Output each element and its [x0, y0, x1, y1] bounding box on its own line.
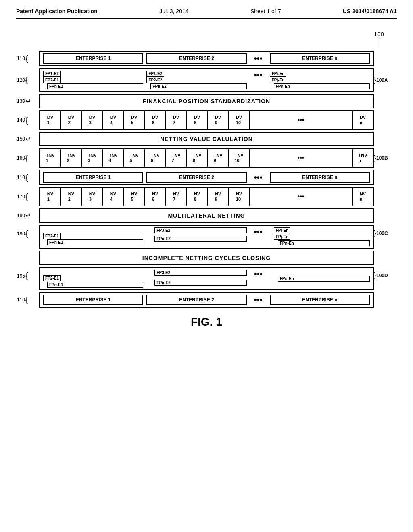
- incomplete-label: INCOMPLETE NETTING CYCLES CLOSING: [39, 251, 374, 265]
- row-110b: 110 { ENTERPRISE 1 ENTERPRISE 2 ••• ENTE…: [17, 170, 396, 185]
- enterprise-n-a: ENTERPRISE n: [270, 53, 370, 64]
- dots-5: •••: [250, 270, 267, 279]
- row-195: 195 { FP2-E1 FPn-E1 FP3-E2: [17, 267, 396, 290]
- dv-3: DV3: [82, 111, 103, 129]
- annot-100D: } 100D: [374, 267, 396, 280]
- figure-caption: FIG. 1: [17, 316, 396, 328]
- label-110a: 110 {: [17, 54, 39, 63]
- enterprise-n-b: ENTERPRISE n: [270, 172, 370, 183]
- dv-n: DVn: [352, 111, 373, 129]
- row-120: 120 { FP1-E2 FP2-E1 FPn-E1: [17, 68, 396, 92]
- fpj-en-c: FPj-En: [274, 234, 291, 240]
- dv-8: DV8: [187, 111, 208, 129]
- label-150: 150 ↵: [17, 135, 39, 143]
- nv-10: NV10: [229, 188, 250, 206]
- fpn-e1-c: FPn-E1: [47, 239, 143, 245]
- header-sheet: Sheet 1 of 7: [250, 8, 281, 15]
- dots-6: •••: [250, 295, 267, 305]
- label-130: 130 ↵: [17, 97, 39, 106]
- fpn-e2-c: FPn-E2: [154, 236, 246, 242]
- nv-4: NV4: [103, 188, 124, 206]
- fpn-en-c: FPn-En: [278, 240, 370, 246]
- tnv-2: TNV2: [61, 149, 82, 167]
- tnv-5: TNV5: [124, 149, 145, 167]
- row-110c: 110 { ENTERPRISE 1 ENTERPRISE 2 ••• ENTE…: [17, 292, 396, 308]
- dv-7: DV7: [166, 111, 187, 129]
- nv-5: NV5: [124, 188, 145, 206]
- fp1-e2-b: FP1-E2: [146, 71, 164, 77]
- label-160: 160 {: [17, 154, 39, 163]
- annot-100C: } 100C: [374, 225, 396, 237]
- fp2-e2-b: FP2-E2: [146, 77, 164, 83]
- fpj-en-a: FPj-En: [270, 77, 287, 83]
- fp3-e2-d: FP3-E2: [154, 270, 246, 276]
- enterprise-1-a: ENTERPRISE 1: [43, 53, 143, 64]
- nv-2: NV2: [61, 188, 82, 206]
- header-right: US 2014/0188674 A1: [343, 8, 397, 15]
- label-120: 120 {: [17, 75, 39, 85]
- fpn-e1-d: FPn-E1: [47, 282, 143, 288]
- dots-4: •••: [250, 227, 267, 237]
- multilateral-text: MULTILATERAL NETTING: [39, 208, 374, 223]
- tnv-3: TNV3: [82, 149, 103, 167]
- nv-1: NV1: [40, 188, 61, 206]
- tnv-7: TNV7: [166, 149, 187, 167]
- tnv-4: TNV4: [103, 149, 124, 167]
- enterprise-n-c: ENTERPRISE n: [270, 295, 370, 305]
- header: Patent Application Publication Jul. 3, 2…: [16, 8, 397, 19]
- incomplete-text: INCOMPLETE NETTING CYCLES CLOSING: [39, 251, 374, 265]
- dv-2: DV2: [61, 111, 82, 129]
- nv-n: NVn: [352, 188, 373, 206]
- fp1-e2-a: FP1-E2: [43, 71, 61, 77]
- fpn-en-a: FPn-En: [274, 83, 370, 89]
- row-180: 180 ↵ MULTILATERAL NETTING: [17, 208, 396, 223]
- enterprises-row-c: ENTERPRISE 1 ENTERPRISE 2 ••• ENTERPRISE…: [39, 292, 374, 308]
- tnv-n: TNVn: [352, 149, 373, 167]
- label-190: 190 {: [17, 225, 39, 238]
- fp2-e1-d: FP2-E1: [43, 275, 61, 281]
- fp-row-120: FP1-E2 FP2-E1 FPn-E1 FP1-E2 FP2-E2: [39, 68, 374, 92]
- row-150: 150 ↵ NETTING VALUE CALULATION: [17, 132, 396, 146]
- fp3-e2-c: FP3-E2: [154, 227, 246, 233]
- ref-100: 100: [374, 31, 384, 37]
- tnv-row-content: TNV1 TNV2 TNV3 TNV4 TNV5 TNV6 TNV7 TNV8 …: [39, 148, 374, 168]
- dv-9: DV9: [208, 111, 229, 129]
- page: Patent Application Publication Jul. 3, 2…: [0, 0, 413, 532]
- dots-1: •••: [250, 54, 267, 63]
- fpn-e2-b: FPn-E2: [150, 83, 246, 89]
- nv-9: NV9: [208, 188, 229, 206]
- fpn-en-d: FPn-En: [278, 276, 370, 282]
- nv-6: NV6: [145, 188, 166, 206]
- tnv-6: TNV6: [145, 149, 166, 167]
- nv-3: NV3: [82, 188, 103, 206]
- fpi-en-c: FPi-En: [274, 227, 291, 233]
- netting-value-text: NETTING VALUE CALULATION: [39, 132, 374, 146]
- enterprise-1-b: ENTERPRISE 1: [43, 172, 143, 183]
- dv-6: DV6: [145, 111, 166, 129]
- multilateral-label: MULTILATERAL NETTING: [39, 208, 374, 223]
- dots-2: •••: [250, 71, 267, 80]
- financial-position-label: FINANCIAL POSITION STANDARDIZATION: [39, 94, 374, 108]
- netting-value-label: NETTING VALUE CALULATION: [39, 132, 374, 146]
- nv-8: NV8: [187, 188, 208, 206]
- enterprise-2-b: ENTERPRISE 2: [146, 172, 246, 183]
- label-140: 140 {: [17, 116, 39, 125]
- label-180: 180 ↵: [17, 211, 39, 220]
- enterprise-1-c: ENTERPRISE 1: [43, 295, 143, 305]
- dv-5: DV5: [124, 111, 145, 129]
- header-date: Jul. 3, 2014: [159, 8, 188, 15]
- row-160: 160 { TNV1 TNV2 TNV3 TNV4 TNV5 TNV6 TNV7…: [17, 148, 396, 168]
- row-140: 140 { DV1 DV2 DV3 DV4 DV5 DV6 DV7 DV8 DV…: [17, 110, 396, 130]
- dv-1: DV1: [40, 111, 61, 129]
- label-195: 195 {: [17, 267, 39, 281]
- label-170: 170 {: [17, 192, 39, 202]
- row-190: 190 { FP2-E1 FPn-E1 FP3-E2: [17, 225, 396, 249]
- nv-row-content: NV1 NV2 NV3 NV4 NV5 NV6 NV7 NV8 NV9 NV10…: [39, 187, 374, 206]
- dv-row-content: DV1 DV2 DV3 DV4 DV5 DV6 DV7 DV8 DV9 DV10…: [39, 110, 374, 130]
- tnv-9: TNV9: [208, 149, 229, 167]
- row-170: 170 { NV1 NV2 NV3 NV4 NV5 NV6 NV7 NV8 NV…: [17, 187, 396, 206]
- fpn-e1-a: FPn-E1: [47, 83, 143, 89]
- tnv-10: TNV10: [229, 149, 250, 167]
- annot-100B: } 100B: [374, 154, 396, 162]
- dv-10: DV10: [229, 111, 250, 129]
